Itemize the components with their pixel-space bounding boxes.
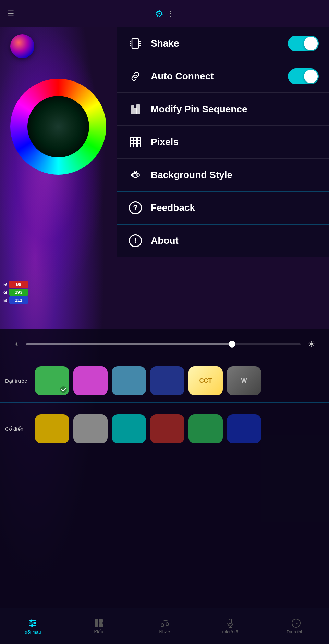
header-left: ☰ [7,9,14,18]
shake-label: Shake [151,38,288,49]
svg-point-29 [31,624,34,627]
feedback-label: Feedback [151,202,319,213]
brightness-fill [26,343,232,345]
menu-item-feedback[interactable]: ? Feedback [117,192,329,224]
brightness-dim-icon: ☀ [14,341,19,348]
brightness-thumb[interactable] [229,341,235,348]
classic-swatch-5[interactable] [227,414,261,443]
menu-item-pixels[interactable]: Pixels [117,126,329,159]
shake-toggle[interactable] [288,36,319,51]
nav-item-kieu[interactable]: Kiểu [66,616,132,637]
svg-rect-30 [95,619,98,623]
svg-rect-12 [137,137,140,140]
pixels-label: Pixels [151,137,319,148]
rgb-r-value: 98 [9,281,28,288]
rgb-display: R 98 G 193 B 111 [3,281,28,304]
mic-icon [226,618,235,628]
classic-swatch-2[interactable] [112,414,146,443]
about-icon: ! [127,232,144,249]
brightness-bright-icon: ☀ [307,339,315,350]
svg-point-19 [133,172,138,178]
nav-item-nhac[interactable]: Nhạc [132,616,197,637]
classic-swatch-0[interactable] [35,414,69,443]
classic-swatch-3[interactable] [150,414,184,443]
svg-rect-36 [229,619,232,624]
header-center: ⚙ ⋮ [155,8,174,20]
preset-swatch-cct[interactable]: CCT [188,366,223,395]
w-label: W [241,377,247,384]
rgb-row-b: B 111 [3,296,28,304]
menu-icon[interactable]: ☰ [7,9,14,18]
nav-label-kieu: Kiểu [94,629,103,634]
header-bar: ☰ ⚙ ⋮ [0,0,329,27]
svg-rect-13 [131,141,133,143]
nav-item-doi-mau[interactable]: đổi màu [0,615,66,637]
music-icon [160,618,169,628]
pin-icon [127,101,144,118]
bottom-section: ☀ ☀ Đặt trước CCT W Cổ điển [0,329,329,644]
svg-point-27 [34,622,36,624]
rgb-b-label: B [3,298,8,303]
svg-point-23 [60,386,67,393]
svg-line-41 [296,623,298,624]
cct-label: CCT [199,377,212,384]
preset-swatch-1[interactable] [73,366,108,395]
auto-connect-toggle[interactable] [288,68,319,84]
menu-item-modify-pin[interactable]: Modify Pin Sequence [117,93,329,126]
preset-swatch-3[interactable] [150,366,184,395]
color-wheel[interactable] [10,79,106,175]
shake-icon [127,35,144,52]
presets-label: Đặt trước [5,378,31,384]
gear-icon: ⚙ [155,8,163,20]
preset-swatch-0[interactable] [35,366,69,395]
menu-item-shake[interactable]: Shake [117,27,329,60]
rgb-row-r: R 98 [3,281,28,288]
menu-item-about[interactable]: ! About [117,225,329,257]
settings-menu: Shake Auto Connect [117,27,329,257]
auto-connect-label: Auto Connect [151,71,288,82]
svg-rect-16 [131,144,133,147]
svg-rect-7 [131,106,134,114]
nav-item-micro-ro[interactable]: micrô rõ [197,616,263,637]
menu-item-background-style[interactable]: Background Style [117,159,329,191]
svg-rect-11 [134,137,137,140]
about-label: About [151,235,319,246]
nav-item-dinh-thi[interactable]: Định thi... [263,616,329,637]
rgb-b-value: 111 [9,296,28,304]
color-ball [10,34,34,58]
overflow-icon[interactable]: ⋮ [167,9,174,18]
divider-presets-classic [0,402,329,403]
svg-rect-17 [134,144,137,147]
svg-rect-31 [99,619,103,623]
menu-item-auto-connect[interactable]: Auto Connect [117,60,329,93]
bottom-nav: đổi màu Kiểu Nhạc [0,608,329,644]
brightness-section: ☀ ☀ [0,329,329,360]
preset-swatch-w[interactable]: W [227,366,261,395]
classic-swatch-4[interactable] [188,414,223,443]
rgb-g-value: 193 [9,289,28,296]
nav-label-doi-mau: đổi màu [25,630,41,635]
background-style-icon [127,166,144,184]
background-style-label: Background Style [151,169,319,180]
svg-rect-33 [99,623,103,627]
classic-swatch-1[interactable] [73,414,108,443]
brightness-track[interactable] [26,343,301,345]
color-wheel-inner [27,96,89,157]
link-icon [127,68,144,85]
svg-rect-10 [131,137,133,140]
rgb-r-label: R [3,282,8,287]
svg-point-25 [30,619,33,622]
nav-label-nhac: Nhạc [159,629,170,634]
preset-swatch-2[interactable] [112,366,146,395]
nav-label-micro-ro: micrô rõ [222,629,239,634]
kieu-icon [94,618,103,628]
presets-section: Đặt trước CCT W [0,359,329,402]
svg-rect-8 [134,108,137,114]
modify-pin-label: Modify Pin Sequence [151,104,319,115]
svg-rect-14 [134,141,137,143]
nav-label-dinh-thi: Định thi... [287,629,306,634]
feedback-icon: ? [127,199,144,216]
svg-rect-32 [95,623,98,627]
clock-icon [291,618,301,628]
classic-section: Cổ điển [0,407,329,450]
